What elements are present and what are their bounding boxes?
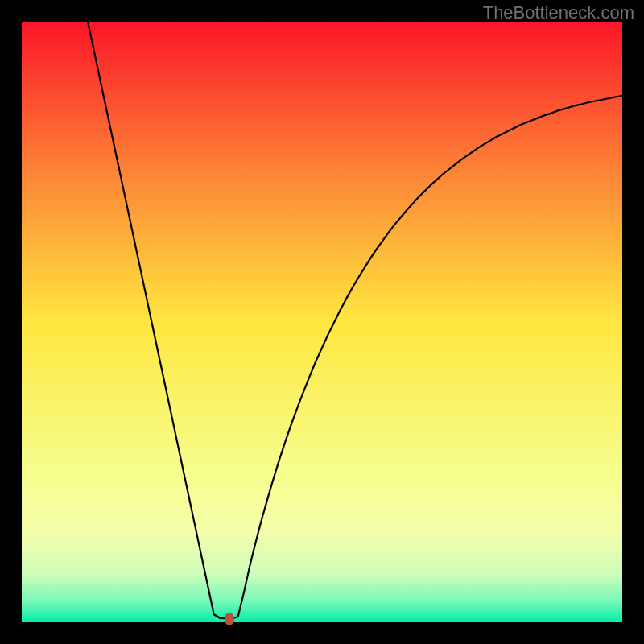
watermark-text: TheBottleneck.com: [483, 2, 634, 23]
minimum-marker: [225, 613, 234, 625]
outer-frame: TheBottleneck.com: [0, 0, 644, 644]
gradient-background: [22, 22, 622, 622]
bottleneck-chart: [22, 22, 622, 622]
